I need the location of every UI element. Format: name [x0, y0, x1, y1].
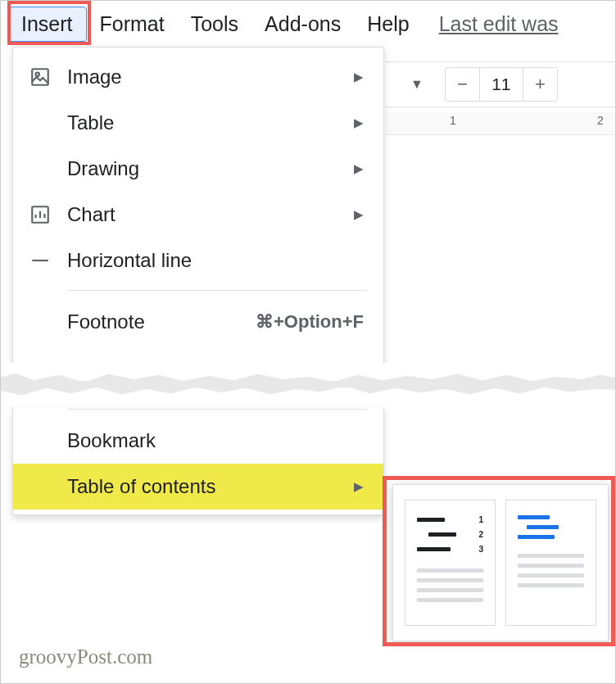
- horizontal-line-icon: [29, 250, 67, 271]
- menu-item-label: Horizontal line: [67, 249, 364, 272]
- submenu-arrow-icon: ▶: [354, 207, 364, 222]
- font-size-increase[interactable]: +: [523, 68, 557, 101]
- font-size-decrease[interactable]: −: [446, 68, 480, 101]
- image-icon: [29, 66, 67, 88]
- menu-item-chart[interactable]: Chart ▶: [13, 192, 383, 238]
- menu-item-label: Table of contents: [67, 475, 354, 498]
- torn-separator: [1, 363, 615, 405]
- menu-divider: [67, 409, 367, 410]
- ruler-mark: 2: [597, 114, 604, 127]
- submenu-arrow-icon: ▶: [354, 70, 364, 84]
- submenu-arrow-icon: ▶: [354, 479, 364, 494]
- watermark: groovyPost.com: [19, 645, 152, 668]
- submenu-arrow-icon: ▶: [354, 161, 364, 176]
- insert-dropdown: Image ▶ Table ▶ Drawing ▶ Chart ▶ Horizo…: [12, 47, 384, 369]
- svg-rect-0: [32, 69, 48, 85]
- font-size-value[interactable]: 11: [480, 68, 523, 101]
- menu-insert[interactable]: Insert: [7, 7, 87, 42]
- toc-submenu: 1 2 3: [392, 484, 609, 641]
- menu-item-horizontal-line[interactable]: Horizontal line: [13, 238, 383, 283]
- menu-divider: [67, 290, 367, 291]
- menu-item-label: Table: [67, 111, 354, 134]
- font-dropdown-arrow[interactable]: ▼: [394, 77, 440, 92]
- menu-tools[interactable]: Tools: [178, 7, 251, 41]
- toc-with-blue-links[interactable]: [505, 500, 596, 626]
- menubar: Insert Format Tools Add-ons Help Last ed…: [1, 1, 615, 47]
- menu-item-label: Chart: [67, 203, 354, 226]
- menu-item-image[interactable]: Image ▶: [13, 54, 383, 100]
- font-size-control: − 11 +: [445, 67, 558, 102]
- submenu-arrow-icon: ▶: [354, 116, 364, 130]
- menu-item-label: Drawing: [67, 157, 354, 180]
- menu-item-label: Image: [67, 66, 354, 88]
- menu-item-table-of-contents[interactable]: Table of contents ▶: [13, 464, 383, 510]
- menu-help[interactable]: Help: [354, 7, 422, 41]
- insert-dropdown-lower: Bookmark Table of contents ▶: [12, 407, 384, 515]
- toolbar: ▼ − 11 +: [386, 61, 616, 107]
- menu-item-label: Footnote: [67, 310, 256, 333]
- menu-item-label: Bookmark: [67, 429, 364, 452]
- toc-with-page-numbers[interactable]: 1 2 3: [405, 500, 496, 626]
- menu-shortcut: ⌘+Option+F: [256, 311, 364, 333]
- last-edit-link[interactable]: Last edit was: [439, 12, 559, 36]
- menu-add-ons[interactable]: Add-ons: [251, 7, 354, 41]
- svg-point-1: [36, 73, 39, 76]
- chart-icon: [29, 204, 67, 225]
- menu-format[interactable]: Format: [87, 7, 178, 41]
- ruler: 1 2: [386, 112, 615, 135]
- menu-item-footnote[interactable]: Footnote ⌘+Option+F: [13, 299, 383, 345]
- menu-item-drawing[interactable]: Drawing ▶: [13, 146, 383, 192]
- menu-item-table[interactable]: Table ▶: [13, 100, 383, 146]
- menu-item-bookmark[interactable]: Bookmark: [13, 418, 383, 464]
- ruler-mark: 1: [450, 114, 456, 127]
